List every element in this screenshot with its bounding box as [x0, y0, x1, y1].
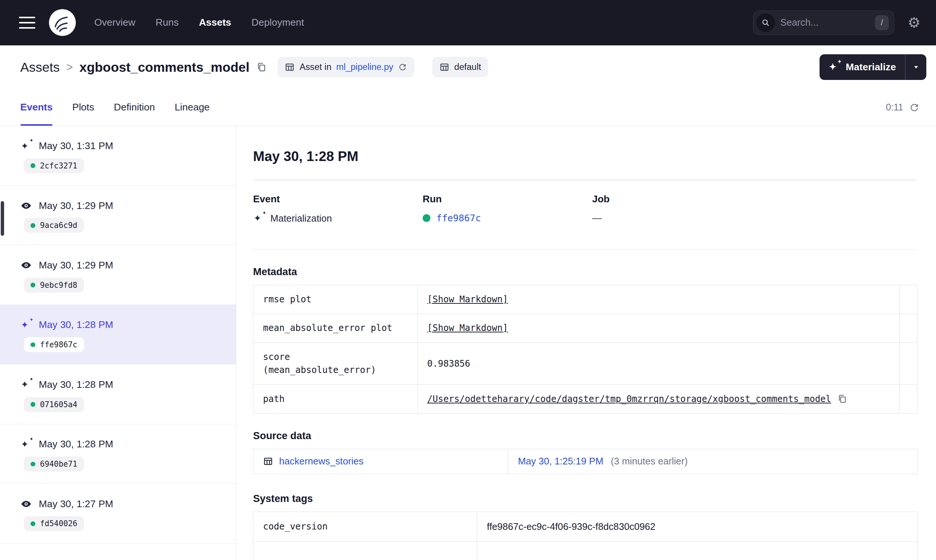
materialization-icon: [253, 213, 264, 224]
event-column-label: Event: [253, 193, 423, 205]
copy-path-icon[interactable]: [837, 394, 847, 404]
dagster-app: Overview Runs Assets Deployment / ⚙︎ Ass…: [0, 0, 936, 560]
metadata-action-cell: [899, 285, 918, 314]
run-id: 6940be71: [40, 460, 77, 469]
run-success-dot: [31, 462, 35, 467]
event-list-item[interactable]: May 30, 1:27 PM fd540026: [0, 484, 236, 543]
reload-location-icon[interactable]: [398, 63, 407, 71]
search-icon: [756, 13, 775, 32]
nav-overview[interactable]: Overview: [94, 17, 135, 28]
run-id-chip[interactable]: 6940be71: [24, 457, 84, 471]
top-nav: Overview Runs Assets Deployment / ⚙︎: [0, 0, 936, 45]
run-column-label: Run: [423, 193, 592, 205]
settings-gear-icon[interactable]: ⚙︎: [908, 15, 921, 30]
nav-deployment[interactable]: Deployment: [251, 17, 304, 28]
tab-events[interactable]: Events: [20, 89, 53, 125]
event-time: May 30, 1:28 PM: [39, 319, 113, 331]
run-id: 9aca6c9d: [40, 221, 77, 230]
run-link[interactable]: ffe9867c: [436, 213, 481, 223]
event-list-item[interactable]: May 30, 1:28 PM 6940be71: [0, 424, 236, 484]
metadata-key: path: [253, 385, 417, 414]
nav-runs[interactable]: Runs: [155, 17, 179, 28]
materialization-icon: [20, 379, 32, 390]
run-id-chip[interactable]: 9aca6c9d: [24, 218, 84, 233]
content-area: May 30, 1:31 PM 2cfc3271 May 30, 1:29 PM: [0, 126, 936, 560]
pipeline-file-link[interactable]: ml_pipeline.py: [336, 62, 394, 72]
materialization-icon: [20, 140, 32, 151]
materialize-dropdown-button[interactable]: [905, 54, 927, 80]
run-id-chip[interactable]: fd540026: [24, 516, 84, 531]
search-box[interactable]: /: [753, 11, 894, 35]
event-list-item[interactable]: May 30, 1:28 PM 071605a4: [0, 365, 236, 424]
run-id-chip[interactable]: ffe9867c: [24, 337, 84, 352]
event-summary-columns: Event Materialization Run ffe9867c Job —: [253, 193, 918, 224]
asset-group-label: default: [454, 62, 481, 72]
system-tags-table: code_version ffe9867c-ec9c-4f06-939c-f8d…: [253, 512, 918, 560]
nav-assets[interactable]: Assets: [199, 17, 231, 28]
job-value: —: [592, 213, 602, 223]
menu-icon[interactable]: [19, 17, 35, 28]
metadata-row: path /Users/odetteharary/code/dagster/tm…: [253, 385, 918, 414]
asset-location-badge: Asset in ml_pipeline.py: [277, 57, 414, 77]
run-id: 2cfc3271: [40, 162, 77, 170]
observation-eye-icon: [20, 260, 32, 271]
metadata-key: mean_absolute_error plot: [253, 314, 417, 343]
run-id-chip[interactable]: 071605a4: [24, 397, 84, 412]
run-id-chip[interactable]: 2cfc3271: [24, 158, 84, 173]
event-time: May 30, 1:29 PM: [39, 260, 113, 271]
refresh-countdown: 0:11: [886, 102, 903, 113]
run-id: fd540026: [40, 519, 77, 528]
path-link[interactable]: /Users/odetteharary/code/dagster/tmp_0mz…: [427, 393, 831, 406]
asset-group-badge[interactable]: default: [432, 57, 488, 77]
materialize-control: Materialize: [819, 54, 927, 80]
run-id: ffe9867c: [40, 340, 77, 349]
source-data-row: hackernews_stories May 30, 1:25:19 PM (3…: [253, 449, 918, 474]
source-data-section-title: Source data: [253, 430, 918, 442]
metadata-row: rmse plot [Show Markdown]: [253, 285, 918, 314]
run-success-dot: [31, 163, 35, 168]
run-id: 071605a4: [40, 400, 77, 409]
breadcrumb-separator: >: [66, 61, 73, 74]
materialize-sparkle-icon: [828, 62, 840, 72]
asset-header: Assets > xgboost_comments_model Asset in…: [0, 45, 936, 89]
run-success-dot: [31, 343, 35, 347]
breadcrumb: Assets > xgboost_comments_model: [20, 60, 267, 75]
code-location-icon: [285, 62, 295, 72]
tab-plots[interactable]: Plots: [72, 89, 94, 125]
source-time-note: (3 minutes earlier): [611, 456, 688, 466]
search-input[interactable]: [780, 17, 870, 28]
event-type-value: Materialization: [271, 213, 332, 224]
tab-definition[interactable]: Definition: [114, 89, 155, 125]
refresh-timer: 0:11: [886, 89, 919, 125]
event-list-item-selected[interactable]: May 30, 1:28 PM ffe9867c: [0, 305, 236, 365]
source-time-link[interactable]: May 30, 1:25:19 PM: [518, 456, 603, 466]
source-data-table: hackernews_stories May 30, 1:25:19 PM (3…: [253, 449, 918, 474]
run-success-dot: [423, 214, 430, 222]
run-id-chip[interactable]: 9ebc9fd8: [24, 278, 84, 293]
system-tag-row: code_version ffe9867c-ec9c-4f06-939c-f8d…: [253, 512, 918, 542]
metadata-value: 0.983856: [417, 343, 899, 385]
search-shortcut-key: /: [875, 15, 889, 30]
run-success-dot: [31, 402, 35, 407]
observation-eye-icon: [20, 498, 32, 509]
system-tags-section-title: System tags: [253, 493, 918, 505]
dagster-logo[interactable]: [48, 9, 76, 37]
event-detail-panel: May 30, 1:28 PM Event Materialization Ru…: [236, 126, 936, 560]
event-list-item[interactable]: May 30, 1:31 PM 2cfc3271: [0, 126, 236, 186]
materialize-label: Materialize: [845, 62, 896, 73]
event-time: May 30, 1:28 PM: [39, 438, 113, 450]
event-list-item[interactable]: May 30, 1:29 PM 9aca6c9d: [0, 186, 236, 245]
run-success-dot: [31, 283, 35, 288]
breadcrumb-assets-link[interactable]: Assets: [20, 60, 60, 75]
show-markdown-link[interactable]: [Show Markdown]: [427, 323, 508, 333]
show-markdown-link[interactable]: [Show Markdown]: [427, 294, 508, 305]
tab-lineage[interactable]: Lineage: [174, 89, 209, 125]
refresh-icon[interactable]: [909, 102, 919, 112]
event-list-item[interactable]: May 30, 1:29 PM 9ebc9fd8: [0, 245, 236, 305]
materialization-icon: [20, 439, 32, 450]
copy-asset-name-icon[interactable]: [256, 62, 267, 72]
sidebar-scrollbar-thumb[interactable]: [1, 201, 5, 236]
asset-group-icon: [439, 62, 450, 72]
materialize-button[interactable]: Materialize: [819, 54, 905, 80]
source-asset-link[interactable]: hackernews_stories: [279, 454, 363, 468]
